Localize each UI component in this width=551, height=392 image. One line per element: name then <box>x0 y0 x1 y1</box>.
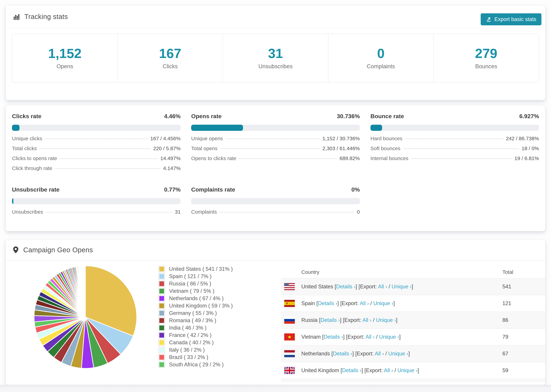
legend-swatch <box>158 288 165 294</box>
tracking-stats-card: Tracking stats Export basic stats 1,152O… <box>6 5 545 100</box>
rate-section-opens-rate: Opens rate30.736%Unique opens1,152 / 30.… <box>191 113 360 175</box>
tracking-stats-header: Tracking stats Export basic stats <box>6 5 545 28</box>
stat-value: 1,152 <box>48 47 81 60</box>
bracket: ] <box>417 367 419 373</box>
rate-section-bounce-rate: Bounce rate6.927%Hard bounces242 / 86.73… <box>370 113 539 175</box>
rate-percent: 30.736% <box>337 113 360 119</box>
pie-slice-other-43[interactable] <box>85 266 85 317</box>
metric-value: 2,303 / 61.446% <box>322 146 360 151</box>
metric-row: Soft bounces18 / 0% <box>370 146 539 155</box>
details-link[interactable]: Details › <box>333 351 352 357</box>
stat-value: 167 <box>159 47 181 60</box>
export-all-link[interactable]: All › <box>378 284 387 290</box>
details-link[interactable]: Details › <box>342 367 361 373</box>
legend-swatch <box>158 280 165 287</box>
legend-item: France ( 42 / 2% ) <box>158 331 282 339</box>
metric-row: Complaints0 <box>191 209 360 219</box>
export-basic-stats-button[interactable]: Export basic stats <box>481 13 541 25</box>
legend-item: Brazil ( 33 / 2% ) <box>158 354 282 361</box>
total-value: 79 <box>502 334 508 340</box>
total-value: 86 <box>502 317 508 323</box>
slash: / <box>387 284 391 290</box>
export-all-link[interactable]: All › <box>384 367 393 373</box>
legend-label: Netherlands ( 67 / 4% ) <box>169 295 224 301</box>
page-title: Tracking stats <box>24 13 68 21</box>
rate-percent: 0.77% <box>164 186 181 193</box>
metric-row: Total opens2,303 / 61.446% <box>191 146 360 155</box>
column-header-country: Country <box>301 269 319 275</box>
metric-value: 0 <box>357 209 360 215</box>
metric-rows: Unique clicks167 / 4.456%Total clicks220… <box>12 136 181 175</box>
export-icon <box>486 16 492 22</box>
metric-rows: Unsubscribes31 <box>12 209 181 219</box>
metric-value: 167 / 4.456% <box>150 136 181 141</box>
metric-row: Unique opens1,152 / 30.736% <box>191 136 360 146</box>
geo-header: Campaign Geo Opens <box>6 240 545 260</box>
metric-leader <box>219 212 354 212</box>
bracket: [ <box>316 300 318 306</box>
metric-label: Opens to clicks rate <box>191 155 236 161</box>
metric-leader <box>403 148 519 149</box>
legend-swatch <box>158 310 165 316</box>
table-row: Netherlands [Details ›] [Export: All › /… <box>281 345 545 362</box>
rate-percent: 0% <box>352 186 360 193</box>
legend-item: Vietnam ( 79 / 5% ) <box>158 287 282 295</box>
metric-row: Unique clicks167 / 4.456% <box>12 136 181 146</box>
rate-title: Clicks rate <box>12 113 42 119</box>
metric-value: 14.497% <box>160 155 181 161</box>
export-unique-link[interactable]: Unique › <box>391 284 411 290</box>
legend-item: United Kingdom ( 59 / 3% ) <box>158 302 282 309</box>
metric-row: Hard bounces242 / 86.738% <box>370 136 539 146</box>
rate-section-unsubscribe-rate: Unsubscribe rate0.77%Unsubscribes31 <box>12 186 181 219</box>
legend-label: United States ( 541 / 31% ) <box>169 266 233 272</box>
export-unique-link[interactable]: Unique › <box>388 351 408 357</box>
export-unique-link[interactable]: Unique › <box>379 334 399 340</box>
rate-section-complaints-rate: Complaints rate0%Complaints0 <box>191 186 360 219</box>
geo-table-header: Country Total <box>281 266 545 278</box>
country-flag-us <box>284 283 295 290</box>
metric-row: Opens to clicks rate689.82% <box>191 155 360 165</box>
details-link[interactable]: Details › <box>320 317 340 323</box>
rate-percent: 6.927% <box>519 113 539 119</box>
export-unique-link[interactable]: Unique › <box>397 367 417 373</box>
progress-bar <box>370 125 539 131</box>
slash: / <box>384 351 388 357</box>
slash: / <box>372 317 376 323</box>
metric-rows: Hard bounces242 / 86.738%Soft bounces18 … <box>370 136 539 165</box>
export-all-link[interactable]: All › <box>366 334 374 340</box>
slash: / <box>374 334 379 340</box>
metric-leader <box>60 158 157 159</box>
export-all-link[interactable]: All › <box>360 300 369 306</box>
legend-swatch <box>158 325 165 331</box>
legend-label: South Africa ( 29 / 2% ) <box>169 362 224 368</box>
country-flag-vn <box>284 333 295 341</box>
metric-leader <box>411 158 512 159</box>
legend-item: Russia ( 86 / 5% ) <box>158 280 282 287</box>
legend-item: Italy ( 36 / 2% ) <box>158 346 282 354</box>
metric-row: Click through rate4.147% <box>12 165 181 175</box>
stat-card: 31Unsubscribes <box>223 34 328 82</box>
legend-label: Italy ( 36 / 2% ) <box>169 347 205 353</box>
details-link[interactable]: Details › <box>336 284 356 290</box>
export-unique-link[interactable]: Unique › <box>373 300 393 306</box>
export-unique-link[interactable]: Unique › <box>376 317 396 323</box>
details-link[interactable]: Details › <box>318 300 338 306</box>
metric-label: Soft bounces <box>370 146 400 151</box>
country-name: Spain <box>301 300 316 306</box>
metric-label: Unique clicks <box>12 136 42 141</box>
metric-value: 31 <box>175 209 181 215</box>
export-all-link[interactable]: All › <box>362 317 372 323</box>
country-cell: Spain [Details ›] [Export: All › / Uniqu… <box>301 300 395 307</box>
bracket: ] [Export: <box>340 317 362 323</box>
details-link[interactable]: Details › <box>324 334 343 340</box>
rate-head: Bounce rate6.927% <box>370 113 539 119</box>
stat-value: 0 <box>377 47 384 60</box>
legend-item: Canada ( 40 / 2% ) <box>158 339 282 346</box>
export-all-link[interactable]: All › <box>375 351 384 357</box>
metric-leader <box>405 139 503 139</box>
stat-value: 279 <box>475 47 497 60</box>
geo-pie-chart <box>32 264 138 370</box>
header-divider <box>6 28 545 28</box>
legend-item: Romania ( 49 / 3% ) <box>158 317 282 324</box>
bracket: ] [Export: <box>337 300 360 306</box>
